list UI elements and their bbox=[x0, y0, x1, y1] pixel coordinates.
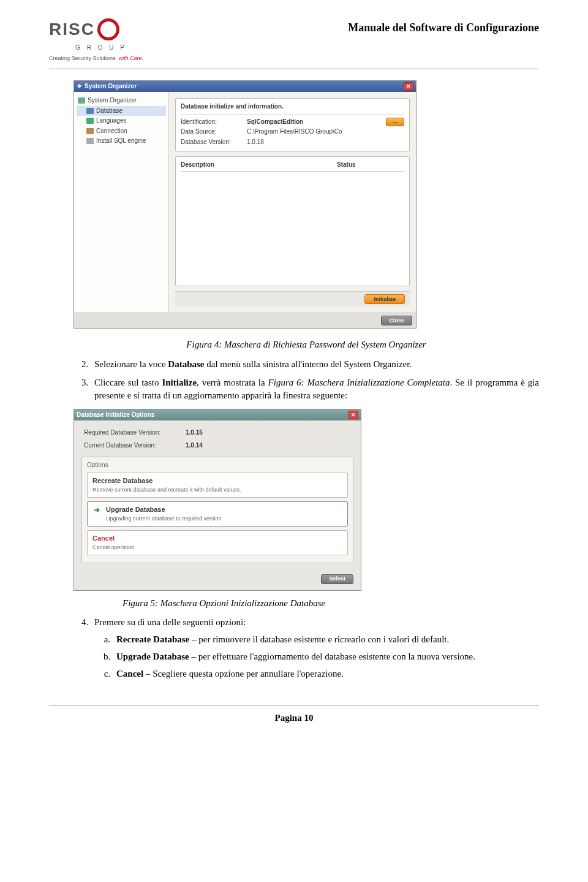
snowflake-icon: ❖ bbox=[77, 82, 82, 91]
logo: RISC G R O U P Creating Security Solutio… bbox=[49, 17, 153, 63]
window-title: System Organizer bbox=[85, 82, 404, 91]
option-cancel[interactable]: Cancel Cancel operation. bbox=[87, 530, 348, 555]
screenshot-system-organizer: ❖ System Organizer ✕ System Organizer Da… bbox=[74, 80, 417, 329]
doc-title: Manuale del Software di Configurazione bbox=[153, 17, 539, 36]
initialize-button[interactable]: Initialize bbox=[364, 294, 405, 304]
organizer-icon bbox=[78, 97, 85, 104]
close-button[interactable]: Close bbox=[381, 316, 412, 325]
step-4a: Recreate Database – per rimuovere il dat… bbox=[113, 633, 539, 647]
step-4c: Cancel – Scegliere questa opzione per an… bbox=[113, 667, 539, 681]
step-3: Cliccare sul tasto Initialize, verrà mos… bbox=[91, 376, 539, 403]
option-recreate[interactable]: Recreate Database Remove current databas… bbox=[87, 473, 348, 498]
step-4b: Upgrade Database – per effettuare l'aggi… bbox=[113, 650, 539, 664]
step-4: Premere su di una delle seguenti opzioni… bbox=[91, 616, 539, 680]
connection-icon bbox=[86, 128, 94, 134]
dialog-titlebar: Database Initialize Options ✕ bbox=[74, 409, 361, 420]
tree-install-sql[interactable]: Install SQL engine bbox=[77, 136, 166, 146]
close-icon[interactable]: ✕ bbox=[404, 82, 413, 91]
status-panel: Description Status bbox=[175, 156, 410, 286]
window-titlebar: ❖ System Organizer ✕ bbox=[74, 81, 416, 92]
logo-group: G R O U P bbox=[49, 44, 153, 53]
db-info-panel: Database initialize and information. Ide… bbox=[175, 98, 410, 151]
languages-icon bbox=[86, 118, 94, 124]
options-panel: Options Recreate Database Remove current… bbox=[81, 457, 353, 563]
page-header: RISC G R O U P Creating Security Solutio… bbox=[49, 17, 539, 63]
tree-database[interactable]: Database bbox=[77, 106, 166, 116]
tree-languages[interactable]: Languages bbox=[77, 116, 166, 126]
logo-ring-icon bbox=[97, 18, 119, 40]
col-status: Status bbox=[337, 161, 404, 170]
step-2: Selezionare la voce Database dal menù su… bbox=[91, 358, 539, 371]
screenshot-db-initialize-options: Database Initialize Options ✕ Required D… bbox=[74, 409, 361, 590]
arrow-right-icon: ➔ bbox=[92, 506, 101, 515]
sidebar-tree: System Organizer Database Languages Conn… bbox=[74, 92, 169, 313]
logo-text: RISC bbox=[49, 17, 95, 42]
col-description: Description bbox=[181, 161, 337, 170]
figure-5-caption: Figura 5: Maschera Opzioni Inizializzazi… bbox=[74, 597, 539, 610]
page-number: Pagina 10 bbox=[49, 712, 539, 725]
select-button[interactable]: Select bbox=[321, 574, 353, 584]
option-upgrade[interactable]: ➔ Upgrade Database Upgrading current dat… bbox=[87, 501, 348, 527]
figure-4-caption: Figura 4: Maschera di Richiesta Password… bbox=[74, 338, 539, 352]
browse-button[interactable]: ... bbox=[386, 118, 404, 126]
close-icon[interactable]: ✕ bbox=[349, 411, 358, 419]
logo-tagline: Creating Security Solutions. with Care. bbox=[49, 55, 153, 63]
dialog-title: Database Initialize Options bbox=[77, 411, 349, 420]
instruction-list: Selezionare la voce Database dal menù su… bbox=[91, 358, 539, 403]
tree-connection[interactable]: Connection bbox=[77, 126, 166, 137]
sql-icon bbox=[86, 138, 94, 144]
footer-rule bbox=[49, 705, 539, 705]
header-rule bbox=[49, 69, 539, 69]
database-icon bbox=[86, 108, 94, 114]
db-info-head: Database initialize and information. bbox=[181, 102, 404, 115]
options-head: Options bbox=[87, 461, 348, 473]
tree-root[interactable]: System Organizer bbox=[77, 96, 166, 106]
